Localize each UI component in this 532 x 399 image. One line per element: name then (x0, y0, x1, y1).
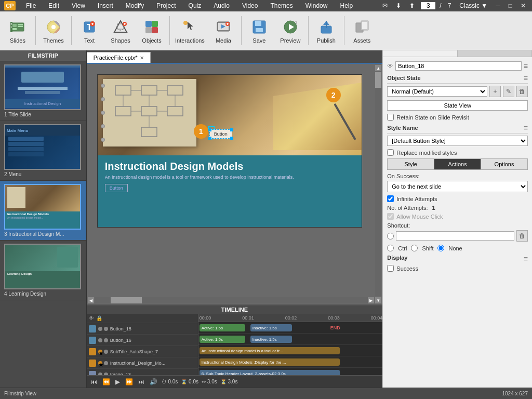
tab-properties[interactable] (383, 50, 457, 57)
tab-close-icon[interactable]: ✕ (140, 55, 144, 61)
classic-dropdown[interactable]: Classic ▼ (457, 1, 489, 10)
tab-style[interactable]: Style (388, 159, 434, 169)
display-success-checkbox[interactable] (387, 265, 394, 272)
toolbar-slides[interactable]: Slides (2, 13, 33, 48)
shortcut-ctrl-radio[interactable] (387, 245, 394, 251)
tl-beginning-btn[interactable]: ⏮ (90, 378, 98, 385)
maximize-btn[interactable]: □ (507, 1, 514, 10)
edit-state-btn[interactable]: ✎ (503, 86, 514, 97)
shortcut-pre-radio[interactable] (387, 233, 394, 240)
toolbar-media[interactable]: Media (208, 13, 239, 48)
track-bar-4[interactable]: Instructional Design Models :Display for… (200, 358, 340, 366)
tl-lock-dot-4[interactable] (104, 361, 108, 365)
shortcut-delete-btn[interactable]: 🗑 (516, 230, 528, 242)
style-name-menu-btn[interactable]: ≡ (524, 124, 528, 132)
tl-icons-1 (98, 327, 108, 331)
toolbar-text[interactable]: T Text (74, 13, 105, 48)
state-select[interactable]: Normal (Default) (387, 86, 487, 97)
shortcut-ctrl-label: Ctrl (398, 245, 407, 251)
toolbar-interactions[interactable]: Interactions (172, 13, 208, 48)
slides-label: Slides (10, 37, 25, 44)
tl-prev-btn[interactable]: ⏪ (101, 378, 111, 385)
tl-vis-dot-2[interactable] (98, 338, 102, 342)
tl-lock-dot-2[interactable] (104, 338, 108, 342)
tl-row-img13: Image_13 (87, 369, 198, 375)
tl-star-3[interactable]: ★ (98, 350, 102, 354)
tl-end-btn[interactable]: ⏭ (137, 378, 145, 385)
slide-thumb-4[interactable]: Learning Design 4 Learning Design (0, 241, 86, 300)
close-btn[interactable]: ✕ (518, 1, 528, 10)
replace-modified-checkbox[interactable] (387, 149, 394, 156)
download-icon[interactable]: ⬇ (394, 1, 403, 10)
menu-help[interactable]: Help (338, 1, 355, 10)
toolbar-themes[interactable]: Themes (38, 13, 69, 48)
toolbar-objects[interactable]: Objects (136, 13, 167, 48)
menu-file[interactable]: File (24, 1, 38, 10)
tab-options[interactable]: Options (481, 159, 527, 169)
tl-vis-dot-1[interactable] (98, 327, 102, 331)
tab-actions[interactable]: Actions (434, 159, 481, 169)
toolbar-assets[interactable]: Assets (347, 13, 378, 48)
tl-play-btn[interactable]: ▶ (114, 378, 121, 385)
menu-quiz[interactable]: Quiz (187, 1, 204, 10)
menu-video[interactable]: Video (240, 1, 260, 10)
shortcut-none-radio[interactable] (437, 245, 444, 251)
upload-icon[interactable]: ⬆ (407, 1, 417, 10)
shortcut-shift-radio[interactable] (411, 245, 418, 251)
toolbar-publish[interactable]: Publish (311, 13, 342, 48)
minimize-btn[interactable]: ─ (494, 1, 502, 10)
track-bar-2b[interactable]: Inactive: 1.5s (250, 336, 292, 343)
allow-mouse-click-checkbox[interactable] (387, 213, 394, 220)
retain-state-checkbox[interactable] (387, 114, 394, 121)
scroll-right-btn[interactable]: ▶ (368, 297, 374, 303)
tl-star-4[interactable]: ★ (98, 361, 102, 365)
scroll-down-btn[interactable]: ▼ (375, 297, 381, 303)
menu-themes[interactable]: Themes (268, 1, 295, 10)
display-menu-btn[interactable]: ≡ (524, 255, 528, 263)
slide-thumb-1[interactable]: Instructional Design 1 Title Slide (0, 61, 86, 121)
add-state-btn[interactable]: + (489, 86, 501, 97)
object-visibility-icon[interactable]: 👁 (387, 62, 393, 70)
menu-modify[interactable]: Modify (124, 1, 146, 10)
tl-volume-btn[interactable]: 🔊 (149, 378, 158, 385)
page-number-input[interactable] (421, 2, 435, 9)
menu-project[interactable]: Project (154, 1, 178, 10)
track-bar-2a[interactable]: Active: 1.5s (200, 336, 245, 343)
scroll-up-btn[interactable]: ▲ (375, 65, 381, 71)
slide-button-element[interactable]: Button (105, 184, 128, 192)
style-name-select[interactable]: [Default Button Style] (387, 136, 528, 146)
h-scroll-thumb[interactable] (111, 297, 142, 303)
state-view-button[interactable]: State View (387, 100, 528, 111)
track-bar-5[interactable]: 6. Sub Topic Header Layout_2-assets-02:3… (200, 370, 340, 375)
tl-lock-dot-3[interactable] (104, 350, 108, 354)
object-state-menu-btn[interactable]: ≡ (524, 74, 528, 82)
menu-edit[interactable]: Edit (46, 1, 61, 10)
menu-insert[interactable]: Insert (96, 1, 115, 10)
track-bar-3[interactable]: An instructional design model is a tool … (200, 347, 340, 354)
track-bar-1a[interactable]: Active: 1.5s (200, 324, 245, 331)
menu-view[interactable]: View (70, 1, 87, 10)
infinite-attempts-checkbox[interactable] (387, 195, 394, 202)
editor-tab[interactable]: PracticeFile.cptx* ✕ (87, 52, 151, 63)
object-menu-btn[interactable]: ≡ (524, 62, 528, 70)
toolbar-save[interactable]: Save (244, 13, 275, 48)
on-success-select[interactable]: Go to the next slide (387, 181, 528, 192)
scroll-thumb[interactable] (375, 72, 381, 88)
toolbar-shapes[interactable]: Shapes (105, 13, 136, 48)
envelope-icon[interactable]: ✉ (380, 1, 390, 10)
scroll-left-btn[interactable]: ◀ (88, 297, 94, 303)
tl-lock-dot-1[interactable] (104, 327, 108, 331)
object-name-input[interactable] (395, 61, 522, 71)
canvas-button-element[interactable]: Button (209, 129, 232, 139)
menu-window[interactable]: Window (303, 1, 330, 10)
delete-state-btn[interactable]: 🗑 (516, 86, 528, 97)
track-bar-1b[interactable]: Inactive: 1.5s (250, 324, 292, 331)
slide-thumb-2[interactable]: Main Menu 2 Menu (0, 121, 86, 181)
toolbar-preview[interactable]: Preview (275, 13, 306, 48)
svg-rect-50 (141, 127, 157, 137)
menu-audio[interactable]: Audio (211, 1, 232, 10)
slide-thumb-3[interactable]: Instructional Design Models An instructi… (0, 181, 86, 241)
tab-library[interactable] (458, 50, 532, 57)
tl-next-btn[interactable]: ⏩ (124, 378, 134, 385)
shortcut-input[interactable] (396, 231, 514, 241)
